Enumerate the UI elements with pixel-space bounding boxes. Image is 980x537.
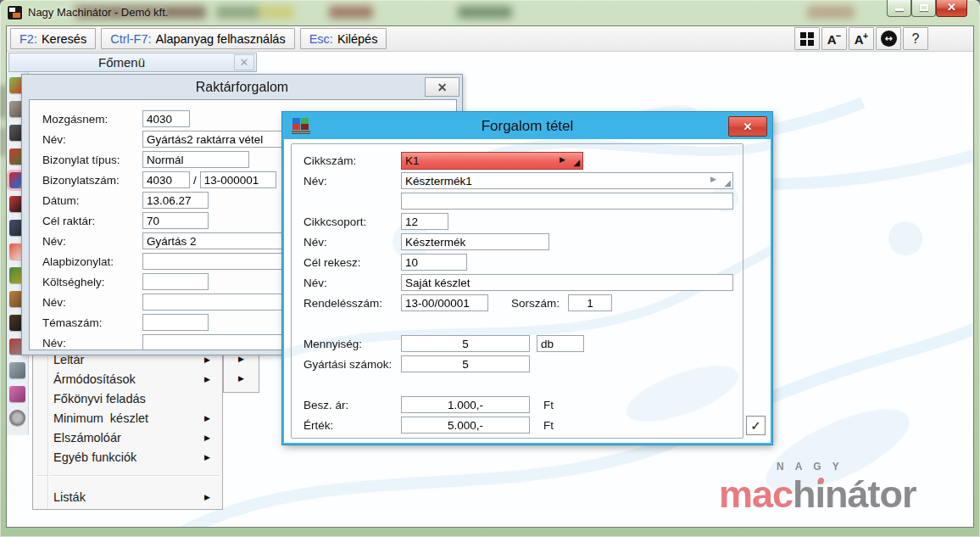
- font-decrease-icon: A−: [827, 31, 841, 46]
- submenu-arrow-icon[interactable]: ▶: [224, 368, 259, 388]
- rekesz-nev-input[interactable]: [401, 274, 733, 291]
- tab-fomenu[interactable]: Főmenü: [8, 53, 257, 72]
- main-toolbar: F2: Keresés Ctrl-F7: Alapanyag felhaszná…: [7, 26, 973, 52]
- font-increase-button[interactable]: A+: [849, 27, 874, 50]
- cikkcsoport-nev-input[interactable]: [401, 233, 549, 250]
- field-label: Cél rekesz:: [303, 256, 401, 269]
- field-label: Név:: [42, 337, 142, 350]
- datum-input[interactable]: [142, 192, 209, 209]
- maximize-button[interactable]: [911, 0, 936, 17]
- field-label: Cél raktár:: [42, 215, 142, 227]
- mozgasnem-input[interactable]: [142, 110, 190, 127]
- pan-icon: [881, 31, 897, 47]
- search-button[interactable]: F2: Keresés: [10, 28, 96, 49]
- confirm-check-button[interactable]: [746, 416, 766, 435]
- gyartasi-szamok-input[interactable]: [401, 355, 530, 372]
- field-label: Név:: [42, 133, 142, 146]
- bizonylatszam-input[interactable]: [142, 171, 190, 188]
- close-icon: [937, 1, 966, 14]
- menu-item-minimum-keszlet[interactable]: Minimum készlet▶: [33, 409, 222, 428]
- bizonylatszam-ev-input[interactable]: [200, 171, 276, 188]
- field-label: Cikkcsoport:: [303, 215, 401, 228]
- material-usage-button[interactable]: Ctrl-F7: Alapanyag felhasználás: [101, 28, 295, 49]
- separator-text: /: [193, 174, 197, 187]
- submenu-arrow-icon: ▶: [204, 370, 210, 389]
- field-label: Cikkszám:: [303, 154, 401, 167]
- raktarforgalom-close-icon[interactable]: [425, 77, 459, 97]
- font-increase-icon: A+: [855, 31, 868, 46]
- submenu-arrow-icon: ▶: [204, 488, 210, 507]
- menu-item-armodositasok[interactable]: Ármódosítások▶: [33, 370, 222, 389]
- besz-ar-input[interactable]: [401, 396, 530, 413]
- field-label: Mozgásnem:: [42, 113, 142, 126]
- button-label: Alapanyag felhasználás: [156, 32, 286, 46]
- sidebar-icon[interactable]: [9, 362, 25, 378]
- field-label: Bizonylat típus:: [42, 154, 142, 166]
- tiles-button[interactable]: [794, 27, 820, 50]
- help-button[interactable]: [903, 27, 928, 50]
- glass-reflection: [329, 6, 373, 19]
- pan-button[interactable]: [876, 27, 901, 50]
- field-label: Sorszám:: [511, 297, 560, 310]
- minimize-icon: [895, 8, 904, 11]
- glass-reflection: [458, 6, 512, 19]
- maximize-icon: [920, 4, 928, 11]
- app-titlebar: Nagy Machinátor - Demó kft.: [0, 0, 980, 25]
- sidebar-icon[interactable]: [9, 386, 25, 402]
- field-label: Érték:: [303, 419, 401, 432]
- cikk-nev2-input[interactable]: [401, 193, 733, 210]
- dialog-title: Forgalom tétel: [284, 114, 771, 139]
- field-label: Költséghely:: [42, 276, 142, 288]
- unit-input[interactable]: [537, 335, 584, 352]
- workspace: Főmenü Leltár▶ Ármódosítások▶ Főkönyvi f…: [7, 52, 973, 527]
- forgalom-tetel-dialog: Forgalom tétel: [282, 112, 772, 445]
- glass-reflection: [259, 6, 294, 19]
- temaszam-input[interactable]: [142, 314, 209, 331]
- glass-reflection: [216, 6, 260, 19]
- koltseghely-input[interactable]: [142, 273, 209, 290]
- exit-button[interactable]: Esc: Kilépés: [300, 28, 387, 49]
- tab-close-icon[interactable]: [234, 54, 254, 70]
- menu-item-fokonyvi-feladas[interactable]: Főkönyvi feladás: [33, 389, 222, 409]
- mennyiseg-input[interactable]: [401, 335, 530, 352]
- font-decrease-button[interactable]: A−: [821, 27, 847, 50]
- field-label: Név:: [303, 277, 401, 289]
- resize-corner-icon[interactable]: ◢: [573, 159, 580, 167]
- menu-item-egyeb-funkciok[interactable]: Egyéb funkciók▶: [33, 448, 222, 467]
- menu-item-elszamoloar[interactable]: Elszámolóár▶: [33, 428, 222, 448]
- glass-reflection: [1, 127, 5, 156]
- tiles-icon: [800, 32, 814, 46]
- field-label: Dátum:: [42, 194, 142, 207]
- glass-reflection: [1, 85, 5, 119]
- cikk-nev-input[interactable]: [401, 172, 733, 189]
- sorszam-input[interactable]: [568, 294, 612, 311]
- app-window: Nagy Machinátor - Demó kft. F2: Keresés …: [0, 0, 980, 537]
- field-label: Név:: [303, 236, 401, 249]
- currency-label: Ft: [543, 399, 554, 411]
- cel-raktar-input[interactable]: [142, 212, 209, 229]
- button-label: Keresés: [42, 32, 86, 46]
- gear-icon[interactable]: [9, 410, 25, 426]
- field-label: Témaszám:: [42, 316, 142, 329]
- resize-corner-icon[interactable]: ◢: [724, 179, 731, 187]
- brand-logo: NAGY machinátor: [719, 461, 916, 514]
- cikkszam-value: K1: [405, 154, 420, 167]
- ertek-input[interactable]: [401, 417, 530, 434]
- currency-label: Ft: [543, 419, 554, 432]
- app-logo-icon: [8, 6, 22, 20]
- client-area: F2: Keresés Ctrl-F7: Alapanyag felhaszná…: [6, 25, 974, 528]
- minimize-button[interactable]: [887, 0, 911, 17]
- menu-item-listak[interactable]: Listák▶: [33, 488, 222, 507]
- cikkcsoport-input[interactable]: [401, 213, 448, 230]
- lookup-arrow-icon[interactable]: ▶: [560, 156, 565, 164]
- shortcut-key: Ctrl-F7:: [110, 32, 151, 46]
- button-label: Kilépés: [337, 32, 378, 46]
- cikkszam-input[interactable]: K1 ▶ ◢: [401, 152, 583, 170]
- rendelesszam-input[interactable]: [401, 294, 488, 311]
- close-button[interactable]: [936, 0, 967, 17]
- bizonylat-tipus-input[interactable]: [142, 151, 249, 168]
- lookup-arrow-icon[interactable]: ▶: [710, 176, 716, 183]
- cel-rekesz-input[interactable]: [401, 254, 467, 271]
- dialog-close-button[interactable]: [728, 116, 767, 137]
- help-icon: [912, 31, 920, 47]
